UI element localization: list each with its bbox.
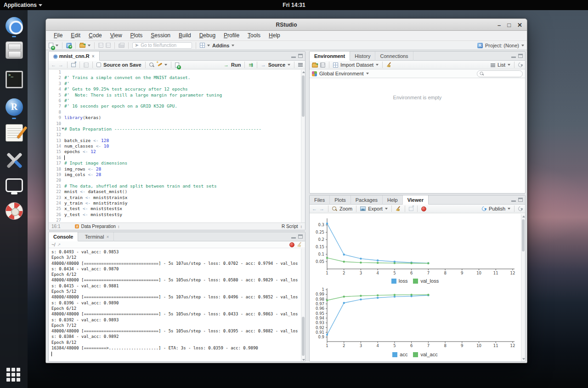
code-line[interactable]: 14num_classes <- 10	[49, 143, 305, 149]
code-line[interactable]: 6#'	[49, 98, 305, 103]
goto-file-input[interactable]	[141, 43, 187, 48]
code-line[interactable]: 17# Input image dimensions	[49, 160, 305, 166]
goto-file-box[interactable]: ➤	[132, 42, 192, 49]
code-line[interactable]: 18img_rows <- 28	[49, 166, 305, 172]
source-caret-icon[interactable]	[288, 64, 290, 66]
print-icon[interactable]	[119, 44, 124, 48]
publish-button[interactable]: Publish	[489, 206, 505, 211]
chromium-icon[interactable]	[6, 17, 23, 34]
maximize-pane-icon[interactable]	[298, 54, 303, 58]
publish-caret-icon[interactable]	[508, 208, 510, 210]
close-button[interactable]: ✕	[517, 22, 522, 29]
code-line[interactable]: 20	[49, 177, 305, 183]
code-line[interactable]: 11# Data Preparation -------------------…	[49, 126, 305, 132]
menu-view[interactable]: View	[106, 31, 126, 40]
find-icon[interactable]	[149, 63, 154, 68]
environment-search-box[interactable]	[477, 70, 523, 77]
code-line[interactable]: 16	[49, 155, 305, 160]
code-line[interactable]: 19img_cols <- 28	[49, 172, 305, 177]
code-line[interactable]: 4#' Gets to 99.25% test accuracy after 1…	[49, 86, 305, 92]
open-file-caret-icon[interactable]	[88, 45, 90, 46]
pane-layout-caret-icon[interactable]	[207, 45, 210, 46]
code-line[interactable]: 7#' 16 seconds per epoch on a GRID K520 …	[49, 103, 305, 109]
menu-build[interactable]: Build	[175, 31, 195, 40]
help-icon[interactable]	[6, 202, 23, 220]
window-titlebar[interactable]: RStudio – □ ✕	[46, 19, 527, 31]
clear-viewer-icon[interactable]	[396, 206, 401, 211]
back-icon[interactable]: ←	[51, 62, 56, 68]
environment-scope-selector[interactable]: Global Environment	[319, 71, 364, 76]
environment-search-input[interactable]	[483, 71, 520, 76]
tab-files[interactable]: Files	[310, 195, 330, 205]
viewer-scroll-down-icon[interactable]	[522, 358, 525, 360]
maximize-button[interactable]: □	[507, 22, 511, 29]
code-line[interactable]: 2#' Trains a simple convnet on the MNIST…	[49, 75, 305, 80]
menu-session[interactable]: Session	[147, 31, 175, 40]
minimize-pane-icon[interactable]	[291, 54, 296, 58]
source-scrollbar[interactable]	[301, 70, 305, 223]
text-editor-icon[interactable]	[6, 124, 23, 142]
tools-icon[interactable]	[6, 152, 23, 169]
source-scroll-thumb[interactable]	[302, 75, 305, 117]
code-tools-caret-icon[interactable]	[164, 64, 167, 66]
save-all-icon[interactable]	[106, 43, 111, 48]
code-line[interactable]: 26y_test <- mnist$test$y	[49, 212, 305, 217]
maximize-console-icon[interactable]	[298, 234, 303, 239]
scroll-up-icon[interactable]	[302, 71, 305, 73]
tab-viewer[interactable]: Viewer	[403, 195, 429, 205]
load-workspace-icon[interactable]	[312, 63, 318, 68]
code-line[interactable]: 23x_train <- mnist$train$x	[49, 195, 305, 200]
display-settings-icon[interactable]	[6, 178, 23, 192]
file-manager-icon[interactable]	[6, 41, 23, 59]
zoom-button[interactable]: Zoom	[339, 206, 352, 211]
console-scroll-thumb[interactable]	[302, 317, 305, 356]
rstudio-icon[interactable]	[6, 98, 23, 116]
viewer-stop-icon[interactable]	[421, 206, 426, 211]
new-file-icon[interactable]	[49, 43, 53, 48]
compile-report-icon[interactable]	[175, 63, 179, 68]
menu-debug[interactable]: Debug	[195, 31, 220, 40]
run-button[interactable]: Run	[231, 62, 241, 68]
tab-terminal[interactable]: Terminal×	[80, 232, 114, 241]
menu-profile[interactable]: Profile	[220, 31, 243, 40]
scroll-down-icon[interactable]	[302, 359, 305, 361]
section-navigator[interactable]: # Data Preparation ↕	[75, 224, 119, 229]
code-line[interactable]: 9library(keras)	[49, 115, 305, 120]
code-line[interactable]: 3#'	[49, 81, 305, 86]
viewer-popout-icon[interactable]	[409, 207, 413, 211]
save-workspace-icon[interactable]	[320, 63, 325, 68]
code-line[interactable]: 13batch_size <- 128	[49, 138, 305, 143]
tab-environment[interactable]: Environment	[310, 51, 350, 61]
addins-button[interactable]: Addins	[212, 43, 229, 48]
maximize-viewer-icon[interactable]	[518, 198, 523, 202]
new-project-icon[interactable]: R	[66, 43, 72, 48]
tab-console[interactable]: Console	[49, 232, 78, 241]
source-button[interactable]: Source	[268, 62, 285, 68]
console-output[interactable]: s: 0.0493 - val_acc: 0.9853Epoch 3/12480…	[49, 248, 305, 362]
code-tools-icon[interactable]	[157, 62, 162, 68]
viewer-forward-icon[interactable]: →	[319, 206, 324, 211]
menu-edit[interactable]: Edit	[67, 31, 85, 40]
list-caret-icon[interactable]	[508, 64, 510, 66]
terminal-icon[interactable]	[6, 71, 23, 88]
addins-caret-icon[interactable]	[232, 45, 234, 46]
tab-connections[interactable]: Connections	[375, 51, 413, 61]
code-line[interactable]: 21# The data, shuffled and split between…	[49, 183, 305, 189]
import-dataset-button[interactable]: Import Dataset	[340, 62, 373, 68]
tab-mnist-cnn[interactable]: ◉ mnist_cnn.R×	[49, 51, 100, 61]
console-scrollbar[interactable]	[301, 249, 305, 362]
export-button[interactable]: Export	[368, 206, 383, 211]
code-line[interactable]: 24y_train <- mnist$train$y	[49, 200, 305, 206]
document-outline-icon[interactable]	[298, 63, 303, 64]
stop-icon[interactable]	[289, 242, 294, 247]
refresh-environment-icon[interactable]	[517, 62, 524, 68]
save-source-icon[interactable]	[84, 63, 89, 68]
tab-history[interactable]: History	[350, 51, 375, 61]
menu-help[interactable]: Help	[265, 31, 284, 40]
editor-lines[interactable]: 12#' Trains a simple convnet on the MNIS…	[49, 69, 305, 223]
clock[interactable]: Fri 14:31	[0, 0, 588, 10]
clear-console-icon[interactable]	[297, 242, 302, 247]
project-caret-icon[interactable]	[521, 45, 524, 46]
code-line[interactable]: 8	[49, 109, 305, 115]
rerun-icon[interactable]: ⇉	[249, 62, 253, 68]
